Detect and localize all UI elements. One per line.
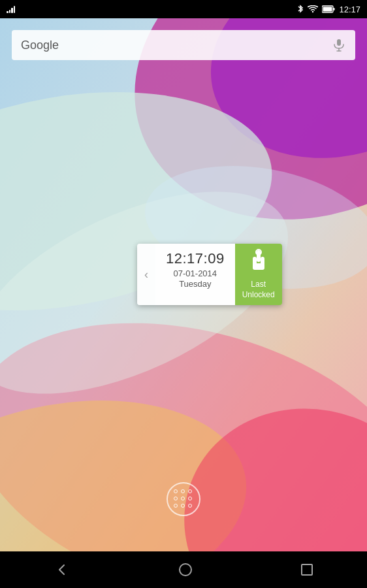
signal-icon: [7, 5, 15, 13]
bluetooth-icon: [297, 5, 304, 14]
svg-rect-15: [257, 250, 261, 262]
wifi-icon: [308, 5, 318, 13]
touch-icon: [248, 249, 269, 277]
widget-unlock-section[interactable]: LastUnlocked: [235, 244, 282, 305]
status-bar: 12:17: [0, 0, 367, 18]
status-time: 12:17: [339, 5, 360, 14]
recents-button[interactable]: [301, 564, 313, 576]
search-bar[interactable]: Google: [12, 30, 355, 60]
navigation-bar: [0, 551, 367, 588]
recents-icon: [301, 564, 313, 576]
widget-day: Tuesday: [166, 279, 225, 289]
status-left-icons: [7, 5, 15, 13]
microphone-icon[interactable]: [332, 38, 346, 52]
widget-prev-arrow[interactable]: ‹: [137, 244, 155, 305]
battery-icon: [322, 5, 335, 13]
back-button[interactable]: [54, 562, 70, 578]
svg-rect-2: [334, 8, 335, 10]
widget-unlock-label: LastUnlocked: [242, 280, 275, 300]
home-button[interactable]: [179, 563, 192, 576]
widget-time: 12:17:09: [166, 250, 225, 267]
svg-rect-18: [253, 263, 264, 270]
svg-rect-1: [323, 7, 332, 12]
home-icon: [179, 563, 192, 576]
widget-date: 07-01-2014: [166, 269, 225, 278]
widget-time-section: 12:17:09 07-01-2014 Tuesday: [155, 244, 235, 305]
grid-icon: [174, 489, 193, 509]
app-drawer-button[interactable]: [167, 482, 200, 516]
svg-rect-12: [337, 39, 341, 46]
status-right-icons: 12:17: [297, 5, 360, 14]
google-logo-text: Google: [21, 39, 332, 52]
wallpaper: Google ‹ 12:17:09 07-01-2014 Tuesday: [0, 18, 367, 555]
clock-widget[interactable]: ‹ 12:17:09 07-01-2014 Tuesday LastUnlock…: [137, 244, 282, 305]
